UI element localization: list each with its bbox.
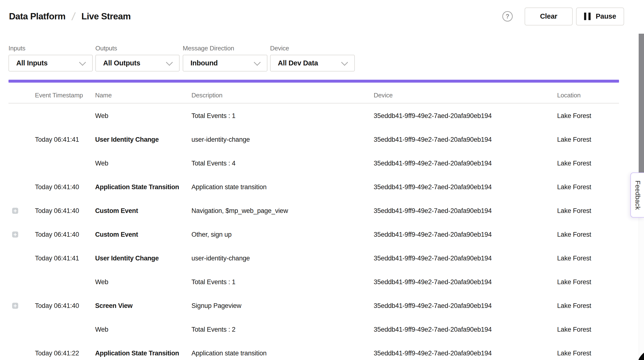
column-header-description: Description: [192, 92, 222, 99]
help-glyph: ?: [506, 13, 509, 20]
page-title: Live Stream: [81, 11, 130, 21]
event-name-cell: Web: [95, 112, 108, 120]
breadcrumb-data-platform[interactable]: Data Platform: [9, 11, 66, 21]
outputs-filter-label: Outputs: [95, 45, 180, 52]
event-description-cell: Total Events : 1: [192, 112, 235, 120]
event-name-cell: User Identity Change: [95, 136, 159, 143]
scrollbar-thumb[interactable]: [639, 34, 644, 181]
event-device-cell: 35eddb41-9ff9-49e2-7aed-20afa90eb194: [374, 183, 492, 191]
event-device-cell: 35eddb41-9ff9-49e2-7aed-20afa90eb194: [374, 207, 492, 215]
event-name-cell: Custom Event: [95, 207, 138, 215]
message-direction-dropdown[interactable]: Inbound: [183, 55, 268, 71]
chevron-down-icon: [341, 59, 348, 66]
event-timestamp-cell: Today 06:41:41: [35, 255, 79, 262]
event-device-cell: 35eddb41-9ff9-49e2-7aed-20afa90eb194: [374, 231, 492, 238]
event-device-cell: 35eddb41-9ff9-49e2-7aed-20afa90eb194: [374, 278, 492, 286]
event-description-cell: Total Events : 4: [192, 160, 235, 167]
event-timestamp-cell: Today 06:41:40: [35, 302, 79, 310]
column-header-name: Name: [95, 92, 112, 99]
event-location-cell: Lake Forest: [557, 112, 591, 120]
event-location-cell: Lake Forest: [557, 231, 591, 238]
message-direction-dropdown-value: Inbound: [190, 59, 218, 67]
event-location-cell: Lake Forest: [557, 302, 591, 310]
event-name-cell: Screen View: [95, 302, 132, 310]
event-device-cell: 35eddb41-9ff9-49e2-7aed-20afa90eb194: [374, 350, 492, 357]
pause-button[interactable]: Pause: [576, 7, 624, 25]
table-header-divider: [8, 103, 619, 103]
event-timestamp-cell: Today 06:41:40: [35, 183, 79, 191]
event-location-cell: Lake Forest: [557, 136, 591, 143]
event-location-cell: Lake Forest: [557, 207, 591, 215]
expand-plus-icon[interactable]: +: [12, 303, 18, 309]
event-description-cell: Application state transition: [192, 183, 267, 191]
filter-group-outputs: Outputs All Outputs: [95, 45, 180, 71]
table-row[interactable]: WebTotal Events : 435eddb41-9ff9-49e2-7a…: [0, 151, 639, 175]
event-description-cell: user-identity-change: [192, 136, 250, 143]
table-row[interactable]: Today 06:41:41User Identity Changeuser-i…: [0, 128, 639, 151]
help-icon[interactable]: ?: [502, 11, 513, 21]
event-timestamp-cell: Today 06:41:40: [35, 207, 79, 215]
expand-plus-icon[interactable]: +: [12, 208, 18, 214]
event-name-cell: Custom Event: [95, 231, 138, 238]
event-name-cell: User Identity Change: [95, 255, 159, 262]
table-row[interactable]: Today 06:41:22Application State Transiti…: [0, 341, 639, 360]
event-location-cell: Lake Forest: [557, 160, 591, 167]
table-row[interactable]: WebTotal Events : 135eddb41-9ff9-49e2-7a…: [0, 104, 639, 128]
event-name-cell: Application State Transition: [95, 183, 179, 191]
event-location-cell: Lake Forest: [557, 326, 591, 333]
event-device-cell: 35eddb41-9ff9-49e2-7aed-20afa90eb194: [374, 302, 492, 310]
expand-plus-icon[interactable]: +: [12, 232, 18, 238]
event-name-cell: Web: [95, 278, 108, 286]
table-row[interactable]: Today 06:41:40Application State Transiti…: [0, 175, 639, 199]
table-row[interactable]: Today 06:41:41User Identity Changeuser-i…: [0, 246, 639, 270]
inputs-dropdown[interactable]: All Inputs: [8, 55, 93, 71]
filter-group-device: Device All Dev Data: [270, 45, 355, 71]
device-dropdown[interactable]: All Dev Data: [270, 55, 355, 71]
event-device-cell: 35eddb41-9ff9-49e2-7aed-20afa90eb194: [374, 136, 492, 143]
feedback-tab-label: Feedback: [634, 180, 641, 210]
event-description-cell: Navigation, $mp_web_page_view: [192, 207, 288, 215]
event-description-cell: Other, sign up: [192, 231, 232, 238]
header-actions: ? Clear Pause: [502, 0, 624, 33]
inputs-filter-label: Inputs: [8, 45, 93, 52]
table-row[interactable]: +Today 06:41:40Custom EventNavigation, $…: [0, 199, 639, 223]
event-timestamp-cell: Today 06:41:22: [35, 350, 79, 357]
event-name-cell: Application State Transition: [95, 350, 179, 357]
breadcrumb: Data Platform / Live Stream: [9, 0, 131, 33]
chevron-down-icon: [166, 59, 173, 66]
event-location-cell: Lake Forest: [557, 183, 591, 191]
event-location-cell: Lake Forest: [557, 350, 591, 357]
device-dropdown-value: All Dev Data: [278, 59, 318, 67]
inputs-dropdown-value: All Inputs: [16, 59, 48, 67]
chevron-down-icon: [79, 59, 86, 66]
filter-bar: Inputs All Inputs Outputs All Outputs Me…: [0, 33, 644, 80]
clear-button[interactable]: Clear: [524, 7, 573, 25]
clear-button-label: Clear: [540, 12, 557, 20]
event-timestamp-cell: Today 06:41:41: [35, 136, 79, 143]
filter-group-message-direction: Message Direction Inbound: [183, 45, 268, 71]
outputs-dropdown-value: All Outputs: [103, 59, 140, 67]
table-row[interactable]: WebTotal Events : 135eddb41-9ff9-49e2-7a…: [0, 270, 639, 294]
event-location-cell: Lake Forest: [557, 255, 591, 262]
event-name-cell: Web: [95, 326, 108, 333]
event-description-cell: Total Events : 2: [192, 326, 235, 333]
message-direction-filter-label: Message Direction: [183, 45, 268, 52]
outputs-dropdown[interactable]: All Outputs: [95, 55, 180, 71]
event-device-cell: 35eddb41-9ff9-49e2-7aed-20afa90eb194: [374, 326, 492, 333]
event-description-cell: Total Events : 1: [192, 278, 235, 286]
breadcrumb-separator: /: [71, 10, 76, 22]
feedback-tab[interactable]: Feedback: [630, 173, 644, 217]
event-description-cell: user-identity-change: [192, 255, 250, 262]
column-header-location: Location: [557, 92, 581, 99]
event-device-cell: 35eddb41-9ff9-49e2-7aed-20afa90eb194: [374, 255, 492, 262]
column-header-event-timestamp: Event Timestamp: [35, 92, 83, 99]
page-header: Data Platform / Live Stream ? Clear Paus…: [0, 0, 644, 34]
event-description-cell: Application state transition: [192, 350, 267, 357]
table-row[interactable]: WebTotal Events : 235eddb41-9ff9-49e2-7a…: [0, 318, 639, 341]
table-row[interactable]: +Today 06:41:40Custom EventOther, sign u…: [0, 223, 639, 246]
event-rows: WebTotal Events : 135eddb41-9ff9-49e2-7a…: [0, 104, 639, 360]
pause-button-label: Pause: [596, 12, 616, 20]
event-location-cell: Lake Forest: [557, 278, 591, 286]
table-row[interactable]: +Today 06:41:40Screen ViewSignup Pagevie…: [0, 294, 639, 318]
event-description-cell: Signup Pageview: [192, 302, 242, 310]
